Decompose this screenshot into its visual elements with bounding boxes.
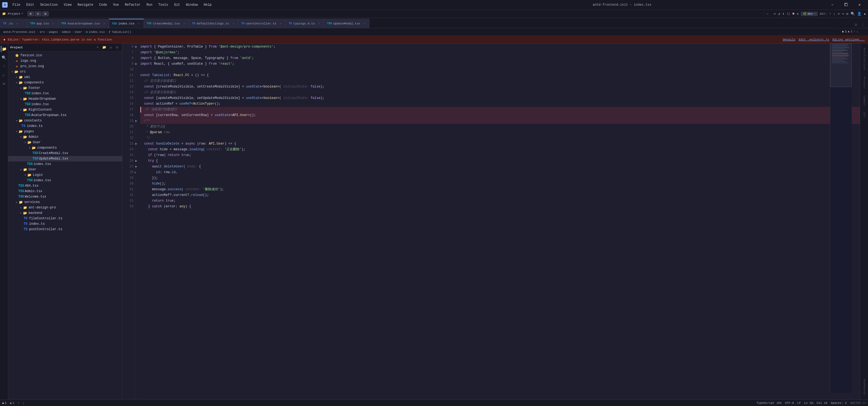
- tree-item-welcome[interactable]: TSX Welcome.tsx: [8, 194, 122, 199]
- status-spaces[interactable]: Spaces: 2: [831, 401, 847, 405]
- tree-item-login[interactable]: ▾ 📂 Login: [8, 172, 122, 178]
- tree-item-header-dropdown[interactable]: ▾ 📂 HeaderDropdown: [8, 96, 122, 102]
- tree-item-admin[interactable]: ▾ 📂 Admin: [8, 134, 122, 140]
- tree-item-backend-index[interactable]: TS index.ts: [8, 221, 122, 227]
- breadcrumb-file[interactable]: index.tsx: [89, 30, 105, 34]
- menu-selection[interactable]: Selection: [37, 2, 61, 7]
- sidebar-new-file[interactable]: +: [95, 45, 100, 50]
- right-bookmarks-label[interactable]: Bookmarks: [862, 377, 867, 397]
- breadcrumb-fn[interactable]: TableList(): [112, 30, 131, 34]
- menu-run[interactable]: Run: [144, 2, 155, 7]
- tab-close-create[interactable]: ✕: [182, 22, 186, 26]
- layout-btn-2[interactable]: ⊟: [35, 11, 41, 16]
- status-language[interactable]: TypeScript JSX: [756, 401, 781, 405]
- tree-item-pages[interactable]: ▾ 📂 pages: [8, 129, 122, 134]
- status-warning-count[interactable]: ▲ 1: [2, 401, 6, 405]
- minimize-button[interactable]: −: [826, 1, 839, 9]
- breadcrumb-user[interactable]: User: [75, 30, 82, 34]
- search-icon[interactable]: 🔍: [850, 12, 855, 16]
- tab-app-tsx[interactable]: TSX app.tsx ✕: [27, 19, 58, 28]
- translate-icon[interactable]: ⇄: [846, 12, 848, 16]
- tree-item-header-index[interactable]: TSX index.tsx: [8, 102, 122, 107]
- tree-item-user-pages[interactable]: ▸ 📁 User: [8, 167, 122, 172]
- tab-close-index[interactable]: ✕: [137, 22, 141, 26]
- breadcrumb-src[interactable]: src: [39, 30, 45, 34]
- tree-item-constants[interactable]: ▾ 📂 constants: [8, 118, 122, 123]
- menu-edit[interactable]: Edit: [24, 2, 37, 7]
- tab-ts[interactable]: TS .ts ✕: [0, 19, 27, 28]
- tab-close-defaults[interactable]: ✕: [231, 22, 235, 26]
- git-push-icon[interactable]: ↺: [778, 12, 780, 16]
- menu-help[interactable]: Help: [201, 2, 214, 7]
- editor[interactable]: 6 7 8 9 10 11 12 13 14 15 16 17 18 19 20…: [122, 43, 860, 400]
- activity-search[interactable]: 🔍: [1, 54, 7, 61]
- tab-close-update[interactable]: ✕: [363, 22, 367, 26]
- tree-item-login-index[interactable]: TSX index.tsx: [8, 178, 122, 183]
- menu-window[interactable]: Window: [183, 2, 200, 7]
- stop-icon[interactable]: ■: [793, 12, 795, 16]
- breadcrumb-root[interactable]: antd-frontend-init: [3, 30, 36, 34]
- git-icon-4[interactable]: ↪: [842, 12, 844, 16]
- close-run-icon[interactable]: ✕: [797, 12, 799, 16]
- close-button[interactable]: ✕: [853, 1, 866, 9]
- eslint-edit-link[interactable]: Edit .eslintrc.js: [799, 38, 829, 41]
- menu-navigate[interactable]: Navigate: [75, 2, 96, 7]
- tree-item-services[interactable]: ▸ 📁 services: [8, 199, 122, 205]
- tree-item-user-components[interactable]: ▾ 📂 components: [8, 145, 122, 151]
- code-area[interactable]: 6 7 8 9 10 11 12 13 14 15 16 17 18 19 20…: [122, 43, 860, 400]
- menu-vue[interactable]: Vue: [111, 2, 122, 7]
- git-arrow-up[interactable]: ↑: [829, 12, 831, 16]
- tree-item-user-admin[interactable]: ▾ 📂 User: [8, 140, 122, 145]
- eslint-settings-link[interactable]: ESLint settings...: [832, 38, 865, 41]
- tree-item-logo[interactable]: ◈ logo.svg: [8, 58, 122, 64]
- sidebar-new-folder[interactable]: 📁: [101, 45, 107, 50]
- maximize-button[interactable]: ⧠: [840, 1, 852, 9]
- menu-code[interactable]: Code: [96, 2, 110, 7]
- eslint-details-link[interactable]: Details: [783, 38, 796, 41]
- menu-git[interactable]: Git: [172, 2, 183, 7]
- status-position[interactable]: Ln 20, Col 16: [804, 401, 828, 405]
- tree-item-admin-tsx[interactable]: TSX Admin.tsx: [8, 189, 122, 194]
- tree-item-create-modal[interactable]: TSX CreateModal.tsx: [8, 151, 122, 156]
- layout-btn-3[interactable]: ⊠: [42, 11, 49, 16]
- tree-item-avatar-dropdown[interactable]: TSX AvatarDropdown.tsx: [8, 113, 122, 118]
- tree-item-pro-icon[interactable]: ◈ pro_icon.svg: [8, 64, 122, 69]
- git-arrow-down[interactable]: ↓: [834, 12, 836, 16]
- tree-item-post-controller[interactable]: TS postController.ts: [8, 227, 122, 232]
- tab-avatar-dropdown[interactable]: TSX AvatarDropdown.tsx ✕: [58, 19, 109, 28]
- status-nav-up[interactable]: ↑: [18, 401, 19, 405]
- user-icon[interactable]: 👤: [857, 12, 862, 16]
- tree-item-umi[interactable]: ▸ 📁 umi: [8, 74, 122, 80]
- right-commit-label[interactable]: Commit: [862, 93, 867, 108]
- status-error-count[interactable]: ▲ 1: [10, 401, 14, 405]
- menu-tools[interactable]: Tools: [156, 2, 171, 7]
- right-git-label[interactable]: Git: [862, 110, 867, 120]
- git-pull-icon[interactable]: ⬇: [782, 12, 784, 16]
- tree-item-footer-index[interactable]: TSX index.tsx: [8, 91, 122, 96]
- menu-view[interactable]: View: [61, 2, 74, 7]
- git-icon-3[interactable]: ↩: [838, 12, 840, 16]
- breadcrumb-admin[interactable]: Admin: [62, 30, 71, 34]
- status-encoding[interactable]: UTF-8: [785, 401, 794, 405]
- tree-item-components[interactable]: ▾ 📂 components: [8, 80, 122, 85]
- breadcrumb-pages[interactable]: pages: [49, 30, 58, 34]
- right-notifications-label[interactable]: Notifications: [862, 46, 867, 72]
- tree-item-favicon[interactable]: ⭐ favicon.ico: [8, 53, 122, 58]
- tree-item-ant-design-pro[interactable]: ▸ 📁 ant-design-pro: [8, 205, 122, 210]
- activity-extensions[interactable]: ⊞: [1, 81, 7, 87]
- tree-item-backend[interactable]: ▾ 📂 backend: [8, 210, 122, 216]
- tab-update-modal[interactable]: TSX UpdateModal.tsx ✕: [324, 19, 369, 28]
- right-project-label[interactable]: Project: [862, 75, 867, 91]
- status-line-ending[interactable]: LF: [797, 401, 801, 405]
- tab-create-modal[interactable]: TSX CreateModal.tsx ✕: [144, 19, 189, 28]
- tab-close-user-ctrl[interactable]: ✕: [279, 22, 283, 26]
- tab-close-app-tsx[interactable]: ✕: [51, 22, 55, 26]
- tab-close-avatar[interactable]: ✕: [102, 22, 106, 26]
- tab-typings[interactable]: TS typings.d.ts ✕: [286, 19, 324, 28]
- star-icon[interactable]: ★: [864, 12, 866, 16]
- tree-item-constants-index[interactable]: TS index.ts: [8, 123, 122, 129]
- git-merge-icon[interactable]: ⭮: [787, 12, 790, 16]
- activity-git[interactable]: ⑂: [1, 63, 7, 69]
- tab-index-tsx[interactable]: TSX index.tsx ✕: [109, 19, 144, 28]
- tab-default-settings[interactable]: TS defaultSettings.ts ✕: [189, 19, 239, 28]
